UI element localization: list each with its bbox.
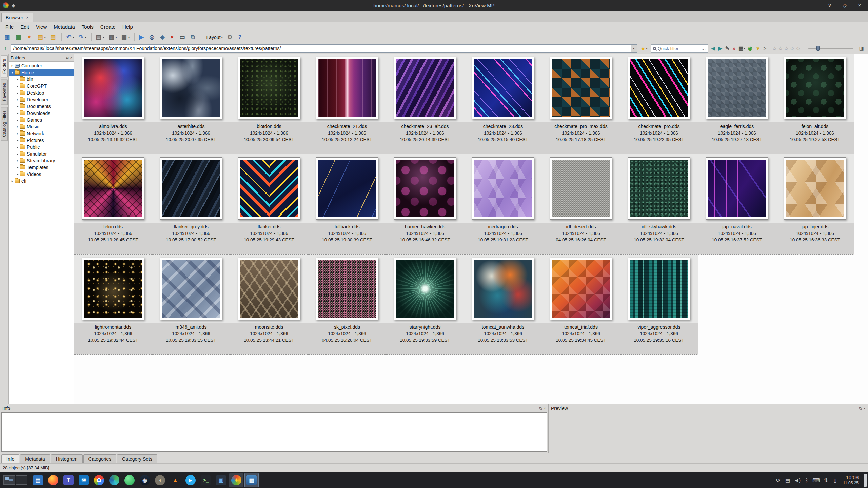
m346_ami.dds[interactable]: m346_ami.dds 1024x1024 - 1,366 10.05.25 … bbox=[152, 255, 230, 355]
back-icon[interactable]: ◀ bbox=[710, 45, 717, 52]
clipboard-icon[interactable]: ▤ bbox=[783, 477, 792, 483]
file-thumbnail[interactable] bbox=[628, 57, 690, 119]
tree-computer[interactable]: ▸ Computer bbox=[9, 62, 74, 69]
lightromentar.dds[interactable]: lightromentar.dds 1024x1024 - 1,366 10.0… bbox=[74, 255, 152, 355]
expand-arrow-icon[interactable]: ▸ bbox=[16, 172, 20, 176]
tab-browser[interactable]: Browser × bbox=[1, 13, 33, 22]
delete-icon[interactable]: × bbox=[169, 33, 177, 41]
tree-simulator[interactable]: ▸ Simulator bbox=[9, 150, 74, 157]
taskbar-teams[interactable]: T bbox=[61, 473, 76, 487]
tree-games[interactable]: ▸ Games bbox=[9, 117, 74, 123]
file-thumbnail[interactable] bbox=[82, 258, 144, 320]
file-thumbnail[interactable] bbox=[82, 57, 144, 119]
show-desktop-button[interactable] bbox=[864, 474, 867, 487]
clear-filter-icon[interactable]: × bbox=[731, 45, 737, 52]
file-thumbnail[interactable] bbox=[784, 57, 846, 119]
volume-icon[interactable]: ◄) bbox=[793, 477, 802, 483]
tree-desktop[interactable]: ▸ Desktop bbox=[9, 89, 74, 96]
expand-arrow-icon[interactable]: ▸ bbox=[16, 166, 20, 169]
taskbar-gray-app[interactable]: ◖ bbox=[153, 473, 167, 487]
tree-network[interactable]: ▸ Network bbox=[9, 130, 74, 137]
color-label-icon[interactable]: ◉ bbox=[747, 45, 754, 52]
tree-efi[interactable]: ▸ efi bbox=[9, 178, 74, 184]
taskbar-chrome[interactable] bbox=[92, 473, 106, 487]
print-icon[interactable]: ▭ bbox=[178, 33, 188, 41]
taskbar-image-viewer[interactable]: ▦ bbox=[244, 473, 259, 487]
edit-path-icon[interactable]: ✎ bbox=[724, 45, 731, 52]
workspace-pager[interactable] bbox=[3, 475, 27, 485]
filter-menu-icon[interactable]: ... bbox=[702, 46, 706, 51]
favorites-button[interactable]: ★ ▾ bbox=[639, 45, 649, 53]
copy-clipboard-icon[interactable]: ⧉ bbox=[189, 33, 198, 41]
vtab-favorites[interactable]: Favorites bbox=[1, 79, 8, 105]
thumbnail-size-icon[interactable]: ▩ ▾ bbox=[120, 33, 132, 41]
tab-close-icon[interactable]: × bbox=[26, 15, 29, 20]
menu-item[interactable]: Help bbox=[119, 23, 136, 30]
file-thumbnail[interactable] bbox=[160, 258, 222, 320]
file-thumbnail[interactable] bbox=[784, 157, 846, 220]
file-thumbnail[interactable] bbox=[550, 57, 612, 119]
menu-item[interactable]: File bbox=[2, 23, 17, 30]
session-icon[interactable]: ⟳ bbox=[774, 477, 783, 483]
expand-arrow-icon[interactable]: ▸ bbox=[16, 145, 20, 149]
expand-arrow-icon[interactable]: ▸ bbox=[16, 105, 20, 108]
panel-close-icon[interactable]: × bbox=[544, 406, 546, 411]
tree-home[interactable]: ▾ Home bbox=[9, 69, 74, 76]
folder-favorites-icon[interactable]: ▤ bbox=[48, 33, 59, 41]
taskbar-clock[interactable]: 10:08 11.05.25 bbox=[843, 474, 859, 485]
sort-icon[interactable]: ▤ ▾ bbox=[94, 33, 106, 41]
idf_desert.dds[interactable]: idf_desert.dds 1024x1024 - 1,366 04.05.2… bbox=[542, 154, 620, 255]
file-thumbnail[interactable] bbox=[472, 57, 534, 119]
blotdon.dds[interactable]: blotdon.dds 1024x1024 - 1,366 10.05.25 2… bbox=[230, 54, 308, 154]
taskbar-terminal[interactable]: >_ bbox=[199, 473, 213, 487]
almolivra.dds[interactable]: almolivra.dds 1024x1024 - 1,366 10.05.25… bbox=[74, 54, 152, 154]
batch-convert-icon[interactable]: ✦ bbox=[25, 33, 35, 41]
workspace-1[interactable] bbox=[3, 475, 15, 485]
taskbar-mail[interactable]: ✉ bbox=[77, 473, 91, 487]
taskbar-xnview[interactable]: ✦ bbox=[229, 473, 243, 487]
sk_pixel.dds[interactable]: sk_pixel.dds 1024x1024 - 1,366 04.05.25 … bbox=[308, 255, 386, 355]
expand-arrow-icon[interactable]: ▸ bbox=[16, 91, 20, 95]
moonsite.dds[interactable]: moonsite.dds 1024x1024 - 1,366 10.05.25 … bbox=[230, 255, 308, 355]
app-menu-icon[interactable]: ◆ bbox=[12, 3, 15, 8]
harrier_hawker.dds[interactable]: harrier_hawker.dds 1024x1024 - 1,366 10.… bbox=[386, 154, 464, 255]
tab-category-sets[interactable]: Category Sets bbox=[117, 454, 157, 463]
jap_naval.dds[interactable]: jap_naval.dds 1024x1024 - 1,366 10.05.25… bbox=[698, 154, 776, 255]
tree-pictures[interactable]: ▸ Pictures bbox=[9, 137, 74, 144]
taskbar-edge[interactable] bbox=[107, 473, 121, 487]
redo-icon[interactable]: ↷ ▾ bbox=[77, 33, 88, 41]
viper_aggressor.dds[interactable]: viper_aggressor.dds 1024x1024 - 1,366 10… bbox=[620, 255, 698, 355]
tomcat_aunwha.dds[interactable]: tomcat_aunwha.dds 1024x1024 - 1,366 10.0… bbox=[464, 255, 542, 355]
slider-knob[interactable] bbox=[816, 46, 820, 51]
vtab-catalog-filter[interactable]: Catalog Filter bbox=[1, 107, 8, 141]
tree-templates[interactable]: ▸ Templates bbox=[9, 164, 74, 171]
panel-toggle-icon[interactable]: ◨ bbox=[858, 45, 865, 52]
menu-item[interactable]: Edit bbox=[17, 23, 33, 30]
felon_alt.dds[interactable]: felon_alt.dds 1024x1024 - 1,366 10.05.25… bbox=[776, 54, 854, 154]
jap_tiger.dds[interactable]: jap_tiger.dds 1024x1024 - 1,366 10.05.25… bbox=[776, 154, 854, 255]
file-thumbnail[interactable] bbox=[160, 57, 222, 119]
tab-metadata[interactable]: Metadata bbox=[20, 454, 50, 463]
checkmate_pro.dds[interactable]: checkmate_pro.dds 1024x1024 - 1,366 10.0… bbox=[620, 54, 698, 154]
search-icon[interactable]: ◎ bbox=[147, 33, 157, 41]
bluetooth-icon[interactable]: ᛒ bbox=[802, 477, 811, 483]
eagle_ferris.dds[interactable]: eagle_ferris.dds 1024x1024 - 1,366 10.05… bbox=[698, 54, 776, 154]
keyboard-icon[interactable]: ⌨ bbox=[812, 477, 821, 483]
path-input[interactable] bbox=[11, 45, 631, 52]
flanker_grey.dds[interactable]: flanker_grey.dds 1024x1024 - 1,366 10.05… bbox=[152, 154, 230, 255]
tab-histogram[interactable]: Histogram bbox=[51, 454, 83, 463]
file-thumbnail[interactable] bbox=[550, 258, 612, 320]
starrynight.dds[interactable]: starrynight.dds 1024x1024 - 1,366 10.05.… bbox=[386, 255, 464, 355]
panel-close-icon[interactable]: × bbox=[70, 56, 72, 60]
menu-item[interactable]: Tools bbox=[78, 23, 97, 30]
expand-arrow-icon[interactable]: ▸ bbox=[16, 125, 20, 128]
file-thumbnail[interactable] bbox=[238, 157, 300, 220]
viewer-icon[interactable]: ▣ bbox=[14, 33, 24, 41]
checkmate_23.dds[interactable]: checkmate_23.dds 1024x1024 - 1,366 10.05… bbox=[464, 54, 542, 154]
checkmate_23_alt.dds[interactable]: checkmate_23_alt.dds 1024x1024 - 1,366 1… bbox=[386, 54, 464, 154]
metadata-tag-icon[interactable]: ◈ bbox=[158, 33, 167, 41]
forward-icon[interactable]: ▶ bbox=[717, 45, 724, 52]
expand-arrow-icon[interactable]: ▸ bbox=[10, 179, 14, 183]
maximize-button[interactable]: ◇ bbox=[842, 2, 848, 8]
file-thumbnail[interactable] bbox=[316, 258, 378, 320]
